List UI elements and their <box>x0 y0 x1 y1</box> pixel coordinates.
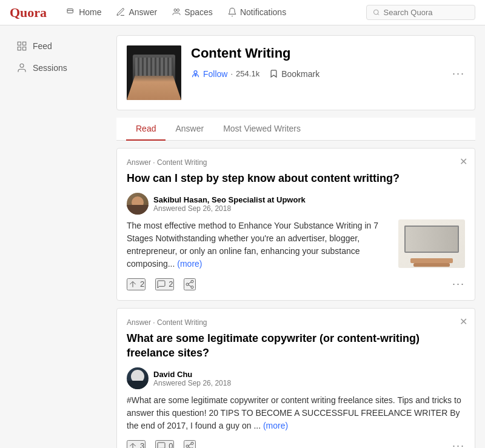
topic-image <box>127 45 181 100</box>
svg-line-18 <box>189 282 192 284</box>
author-row-2: David Chu Answered Sep 26, 2018 <box>127 367 465 389</box>
topic-tabs: Read Answer Most Viewed Writers <box>116 118 475 141</box>
tab-most-viewed[interactable]: Most Viewed Writers <box>213 118 310 141</box>
topic-thumbnail <box>127 45 181 100</box>
topic-header: Content Writing Follow · 254.1k Bookmark… <box>116 35 475 110</box>
svg-point-10 <box>20 64 24 67</box>
svg-point-14 <box>191 280 193 283</box>
upvote-icon-2 <box>128 441 138 448</box>
answer-icon <box>116 7 125 17</box>
svg-line-17 <box>189 285 192 287</box>
share-icon-2 <box>185 441 195 448</box>
feed-icon <box>16 40 28 52</box>
top-nav: Quora Home Answer Spaces Notifications <box>0 0 485 25</box>
author-name-2: David Chu <box>153 370 231 379</box>
answer-footer-1: 2 2 ··· <box>127 278 465 290</box>
share-button-1[interactable] <box>184 278 196 290</box>
svg-rect-9 <box>23 47 26 50</box>
search-input[interactable] <box>384 8 469 17</box>
answer-body-1: The most effective method to Enhance You… <box>127 219 465 270</box>
sidebar: Feed Sessions <box>10 35 107 448</box>
answer-more-button-1[interactable]: ··· <box>452 278 465 290</box>
answer-body-2: #What are some legitimate copywriter or … <box>127 394 465 432</box>
answer-thumbnail-1 <box>398 219 465 268</box>
svg-point-15 <box>186 283 189 286</box>
avatar-1 <box>127 193 149 215</box>
svg-point-11 <box>194 71 197 74</box>
nav-answer[interactable]: Answer <box>109 0 164 25</box>
topic-more-button[interactable]: ··· <box>452 67 465 80</box>
notifications-icon <box>227 7 237 17</box>
svg-point-20 <box>186 445 189 447</box>
answer-text-1: The most effective method to Enhance You… <box>127 219 391 270</box>
upvote-button-2[interactable]: 3 <box>127 440 146 448</box>
svg-line-5 <box>378 14 379 15</box>
svg-point-19 <box>191 442 193 444</box>
comment-button-2[interactable]: 0 <box>155 440 174 448</box>
svg-rect-7 <box>23 42 26 45</box>
tab-answer[interactable]: Answer <box>166 118 213 141</box>
tab-read[interactable]: Read <box>126 118 166 141</box>
author-info-1: Sakibul Hasan, Seo Specialist at Upwork … <box>153 195 306 213</box>
answer-more-button-2[interactable]: ··· <box>452 440 465 448</box>
comment-button-1[interactable]: 2 <box>155 278 174 290</box>
search-icon <box>373 8 380 16</box>
svg-rect-6 <box>18 42 21 45</box>
avatar-2 <box>127 367 149 389</box>
nav-home[interactable]: Home <box>59 0 109 25</box>
topic-actions: Follow · 254.1k Bookmark ··· <box>191 67 465 80</box>
close-button-1[interactable]: ✕ <box>460 156 467 167</box>
answer-footer-2: 3 0 ··· <box>127 440 465 448</box>
svg-line-23 <box>189 444 192 446</box>
main-nav: Home Answer Spaces Notifications <box>59 0 293 25</box>
share-button-2[interactable] <box>184 440 196 448</box>
logo[interactable]: Quora <box>10 5 47 21</box>
answer-card-1: ✕ Answer · Content Writing How can I ste… <box>116 148 475 301</box>
topic-title: Content Writing <box>191 45 465 61</box>
sidebar-item-sessions[interactable]: Sessions <box>10 57 107 79</box>
follow-icon <box>191 69 200 78</box>
answer-text-2: #What are some legitimate copywriter or … <box>127 394 465 432</box>
read-more-2[interactable]: (more) <box>263 421 288 430</box>
comment-icon <box>156 279 166 289</box>
page-layout: Feed Sessions Content Writing Fo <box>0 25 485 448</box>
svg-point-4 <box>373 10 378 15</box>
answer-card-2: ✕ Answer · Content Writing What are some… <box>116 308 475 448</box>
search-bar[interactable] <box>366 5 475 20</box>
answer-meta-1: Answer · Content Writing <box>127 158 465 167</box>
svg-point-16 <box>191 286 193 289</box>
spaces-icon <box>172 7 181 17</box>
svg-rect-0 <box>67 8 73 13</box>
sessions-icon <box>16 62 28 74</box>
answer-question-1[interactable]: How can I step by step know about conten… <box>127 172 465 186</box>
upvote-button-1[interactable]: 2 <box>127 278 146 290</box>
answer-date-2: Answered Sep 26, 2018 <box>153 379 231 387</box>
svg-point-2 <box>174 8 176 11</box>
nav-notifications[interactable]: Notifications <box>220 0 293 25</box>
upvote-icon <box>128 279 138 289</box>
read-more-1[interactable]: (more) <box>177 259 202 269</box>
answer-date-1: Answered Sep 26, 2018 <box>153 204 306 213</box>
topic-info: Content Writing Follow · 254.1k Bookmark… <box>191 45 465 80</box>
follow-button[interactable]: Follow · 254.1k <box>191 69 259 79</box>
comment-icon-2 <box>156 441 166 448</box>
answer-meta-2: Answer · Content Writing <box>127 318 465 327</box>
sidebar-item-feed[interactable]: Feed <box>10 35 107 57</box>
close-button-2[interactable]: ✕ <box>460 316 467 327</box>
author-info-2: David Chu Answered Sep 26, 2018 <box>153 370 231 387</box>
bookmark-button[interactable]: Bookmark <box>269 69 319 79</box>
share-icon <box>185 279 195 289</box>
nav-spaces[interactable]: Spaces <box>164 0 220 25</box>
home-icon <box>66 7 76 17</box>
svg-point-3 <box>177 8 179 11</box>
svg-rect-8 <box>18 47 21 50</box>
author-name-1: Sakibul Hasan, Seo Specialist at Upwork <box>153 195 306 204</box>
answer-question-2[interactable]: What are some legitimate copywriter (or … <box>127 332 465 360</box>
main-content: Content Writing Follow · 254.1k Bookmark… <box>116 35 475 448</box>
author-row-1: Sakibul Hasan, Seo Specialist at Upwork … <box>127 193 465 215</box>
bookmark-icon <box>269 69 278 78</box>
